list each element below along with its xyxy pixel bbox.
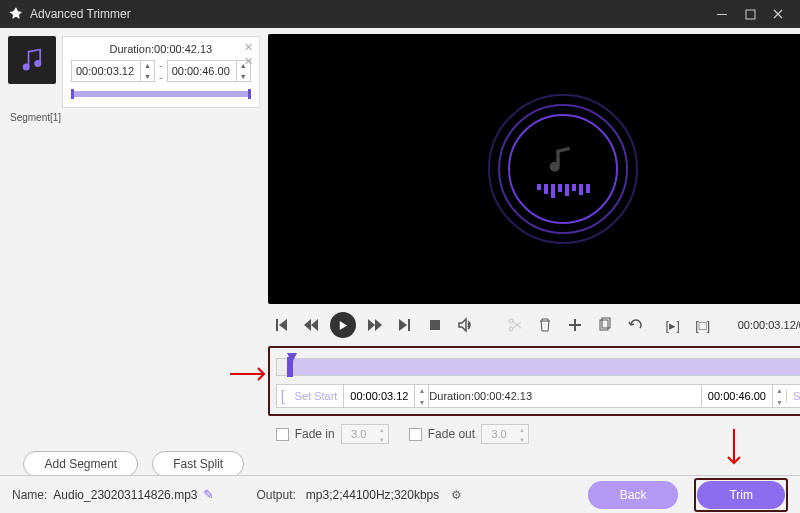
undo-button[interactable] [624,314,646,336]
equalizer-icon [537,184,590,198]
footer-bar: Name: Audio_230203114826.mp3 ✎ Output: m… [0,475,800,513]
name-value: Audio_230203114826.mp3 [53,488,197,502]
stepper-down-icon[interactable]: ▼ [773,397,786,409]
segment-dash: -- [159,59,163,83]
name-label: Name: [12,488,47,502]
titlebar: Advanced Trimmer [0,0,800,28]
player-controls: [▸] [□] 00:00:03.12/00:00:49.18 [268,312,800,338]
volume-button[interactable] [454,314,476,336]
app-logo-icon [8,6,24,22]
maximize-button[interactable] [736,0,764,28]
add-marker-button[interactable] [564,314,586,336]
bracket-out-button[interactable]: [□] [692,314,714,336]
trim-duration-label: Duration:00:00:42.13 [428,385,701,407]
segments-panel: ✕ ✕ Duration:00:00:42.13 ▲▼ -- ▲▼ Seg [0,28,268,513]
copy-button[interactable] [594,314,616,336]
preview-pane [268,34,800,304]
timeline-playhead[interactable] [287,349,297,367]
fade-out-label: Fade out [428,427,475,441]
svg-point-3 [34,60,41,67]
trim-values-row: [ Set Start ▲▼ Duration:00:00:42.13 ▲▼ S… [276,384,800,408]
annotation-arrow-down-icon [726,429,742,469]
music-note-icon [543,140,583,180]
fade-in-checkbox[interactable] [276,428,289,441]
delete-button[interactable] [534,314,556,336]
svg-rect-0 [717,14,727,15]
goto-end-button[interactable] [394,314,416,336]
play-button[interactable] [330,312,356,338]
output-label: Output: [256,488,295,502]
add-segment-button[interactable]: Add Segment [23,451,138,477]
stepper-down-icon[interactable]: ▼ [141,71,154,82]
trim-button[interactable]: Trim [697,481,785,509]
segment-start-input[interactable]: ▲▼ [71,60,155,82]
back-button[interactable]: Back [588,481,679,509]
stepper-down-icon[interactable]: ▼ [415,397,428,409]
set-start-button[interactable]: Set Start [289,390,344,402]
fast-split-button[interactable]: Fast Split [152,451,244,477]
output-value: mp3;2;44100Hz;320kbps [306,488,439,502]
edit-name-button[interactable]: ✎ [203,487,214,502]
forward-button[interactable] [364,314,386,336]
fade-row: Fade in ▲▼ Fade out ▲▼ [268,424,800,444]
goto-start-button[interactable] [270,314,292,336]
segment-card[interactable]: ✕ ✕ Duration:00:00:42.13 ▲▼ -- ▲▼ [62,36,260,108]
segment-thumbnail[interactable] [8,36,56,84]
fade-out-checkbox[interactable] [409,428,422,441]
stop-button[interactable] [424,314,446,336]
set-end-button[interactable]: Set End [786,390,800,402]
fade-out-input[interactable]: ▲▼ [481,424,529,444]
svg-point-5 [509,319,513,323]
timeline-track[interactable] [276,358,800,376]
segment-end-input[interactable]: ▲▼ [167,60,251,82]
segment-duration-label: Duration:00:00:42.13 [71,43,251,55]
fade-in-input[interactable]: ▲▼ [341,424,389,444]
stepper-up-icon[interactable]: ▲ [415,385,428,397]
fade-in-label: Fade in [295,427,335,441]
audio-visual-icon [488,94,638,244]
segment-duplicate-icon[interactable]: ✕ [244,55,253,68]
trim-button-highlight: Trim [694,478,788,512]
output-settings-button[interactable]: ⚙ [451,488,462,502]
close-button[interactable] [764,0,792,28]
svg-point-6 [509,327,513,331]
rewind-button[interactable] [300,314,322,336]
stepper-up-icon[interactable]: ▲ [773,385,786,397]
bracket-left-icon: [ [277,388,289,404]
stepper-up-icon[interactable]: ▲ [141,60,154,71]
segment-index-label: Segment[1] [10,112,260,123]
stepper-down-icon[interactable]: ▼ [237,71,250,82]
svg-point-2 [23,64,30,71]
player-timecode: 00:00:03.12/00:00:49.18 [738,319,800,331]
window-title: Advanced Trimmer [30,7,131,21]
svg-rect-1 [746,10,755,19]
segment-range-bar[interactable] [71,91,251,97]
trim-end-input[interactable] [702,390,772,402]
svg-rect-4 [430,320,440,330]
trim-start-input[interactable] [344,390,414,402]
annotation-arrow-icon [230,366,270,382]
bracket-in-button[interactable]: [▸] [662,314,684,336]
cut-button[interactable] [504,314,526,336]
segment-close-icon[interactable]: ✕ [244,41,253,54]
minimize-button[interactable] [708,0,736,28]
trim-range-panel: [ Set Start ▲▼ Duration:00:00:42.13 ▲▼ S… [268,346,800,416]
